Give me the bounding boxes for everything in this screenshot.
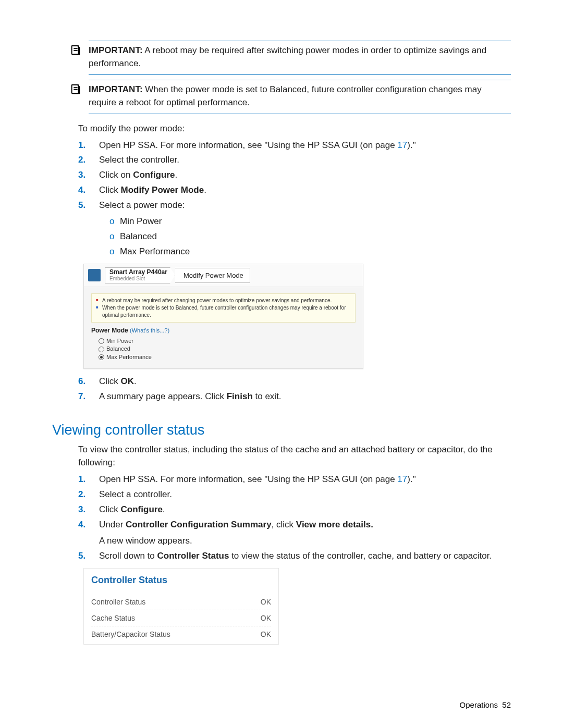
status-row: Controller Status OK xyxy=(91,594,271,610)
modify-power-mode-screenshot: Smart Array P440ar Embedded Slot Modify … xyxy=(83,264,363,369)
power-mode-group: Power Mode (What's this...?) Min Power B… xyxy=(84,327,363,368)
step-text: Scroll down to xyxy=(99,551,157,561)
sub-item: Max Performance xyxy=(120,246,190,256)
crumb-sub: Embedded Slot xyxy=(109,276,167,282)
note-icon xyxy=(70,83,81,97)
step-text: to exit. xyxy=(253,391,282,401)
status-row: Cache Status OK xyxy=(91,610,271,626)
status-value: OK xyxy=(261,614,271,622)
crumb-title: Smart Array P440ar xyxy=(109,269,167,276)
breadcrumb-page: Modify Power Mode xyxy=(175,268,250,283)
page-ref-link[interactable]: 17 xyxy=(397,140,407,150)
status-label: Cache Status xyxy=(91,614,135,622)
important-text: A reboot may be required after switching… xyxy=(89,45,486,68)
step-text: A summary page appears. Click xyxy=(99,391,227,401)
sub-item: Balanced xyxy=(120,231,157,241)
step-text: Select a power mode: xyxy=(99,200,185,210)
breadcrumb: Smart Array P440ar Embedded Slot Modify … xyxy=(84,264,363,287)
info-note: When the power mode is set to Balanced, … xyxy=(96,304,351,319)
important-label: IMPORTANT: xyxy=(89,84,143,94)
intro-text-2: To view the controller status, including… xyxy=(78,443,511,469)
step-bold: Modify Power Mode xyxy=(121,185,204,195)
step-text: Select the controller. xyxy=(99,155,179,165)
important-note-2: IMPORTANT: When the power mode is set to… xyxy=(89,80,511,114)
step-bold: Configure xyxy=(121,504,163,514)
step-text: to view the status of the controller, ca… xyxy=(229,551,492,561)
radio-label: Balanced xyxy=(106,345,130,353)
step-text: . xyxy=(204,185,206,195)
step-bold: Finish xyxy=(227,391,253,401)
step-bold: Controller Configuration Summary xyxy=(126,520,272,529)
radio-min-power[interactable]: Min Power xyxy=(99,337,356,345)
pm-label: Power Mode xyxy=(91,327,128,334)
step-text: Click xyxy=(99,504,121,514)
sub-item: Min Power xyxy=(120,216,162,226)
step-text: . xyxy=(134,376,137,386)
step-bold: OK xyxy=(121,376,134,386)
status-row: Battery/Capacitor Status OK xyxy=(91,626,271,642)
step-text: Open HP SSA. For more information, see "… xyxy=(99,140,397,150)
steps-list-1: 1. Open HP SSA. For more information, se… xyxy=(78,138,511,260)
radio-balanced[interactable]: Balanced xyxy=(99,345,356,353)
status-value: OK xyxy=(261,630,271,638)
important-text: When the power mode is set to Balanced, … xyxy=(89,84,482,107)
info-notes: A reboot may be required after changing … xyxy=(91,293,356,323)
section-heading: Viewing controller status xyxy=(52,422,511,438)
radio-max-performance[interactable]: Max Performance xyxy=(99,353,356,361)
step-bold: Configure xyxy=(133,170,175,180)
step-bold: View more details. xyxy=(296,520,373,529)
status-value: OK xyxy=(261,598,271,606)
status-label: Battery/Capacitor Status xyxy=(91,630,170,638)
step-text: Under xyxy=(99,520,126,529)
radio-label: Min Power xyxy=(106,337,133,345)
whats-this-link[interactable]: (What's this...?) xyxy=(130,327,169,334)
step-text: A new window appears. xyxy=(99,534,511,549)
step-text: Open HP SSA. For more information, see "… xyxy=(99,474,397,484)
important-label: IMPORTANT: xyxy=(89,45,143,55)
controller-status-screenshot: Controller Status Controller Status OK C… xyxy=(83,568,279,645)
important-note-1: IMPORTANT: A reboot may be required afte… xyxy=(89,41,511,75)
device-icon xyxy=(88,269,101,281)
steps-list-1-cont: 6. Click OK. 7. A summary page appears. … xyxy=(78,374,511,404)
step-text: Click xyxy=(99,185,121,195)
step-text: Click xyxy=(99,376,121,386)
info-note: A reboot may be required after changing … xyxy=(96,297,351,304)
breadcrumb-device[interactable]: Smart Array P440ar Embedded Slot xyxy=(105,267,175,283)
step-text: . xyxy=(175,170,177,180)
step-text: . xyxy=(163,504,165,514)
steps-list-2: 1. Open HP SSA. For more information, se… xyxy=(78,472,511,563)
step-bold: Controller Status xyxy=(157,551,229,561)
radio-label: Max Performance xyxy=(106,353,152,361)
page-footer: Operations 52 xyxy=(460,700,511,709)
intro-text: To modify the power mode: xyxy=(78,124,511,134)
step-text: Select a controller. xyxy=(99,489,172,499)
status-label: Controller Status xyxy=(91,598,145,606)
step-text: )." xyxy=(407,140,415,150)
footer-section: Operations xyxy=(460,700,498,709)
footer-page-number: 52 xyxy=(502,700,511,709)
note-icon xyxy=(70,44,81,58)
step-text: )." xyxy=(407,474,415,484)
panel-title: Controller Status xyxy=(91,575,271,586)
page-ref-link[interactable]: 17 xyxy=(397,474,407,484)
step-text: , click xyxy=(272,520,296,529)
step-text: Click on xyxy=(99,170,133,180)
